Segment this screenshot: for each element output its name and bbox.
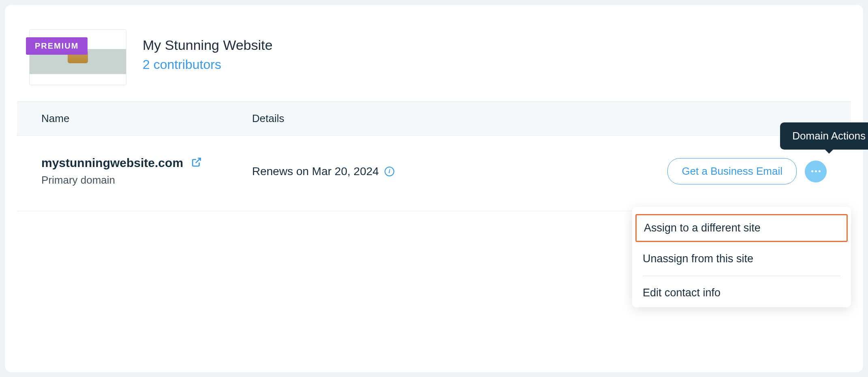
site-info: My Stunning Website 2 contributors: [143, 29, 273, 72]
actions-column: Get a Business Email Domain Actions: [667, 158, 827, 184]
info-icon[interactable]: i: [385, 167, 394, 176]
domain-name: mystunningwebsite.com: [41, 156, 183, 170]
column-header-name: Name: [41, 112, 252, 125]
domain-name-line: mystunningwebsite.com: [41, 156, 252, 170]
column-header-details: Details: [252, 112, 284, 125]
menu-item-edit-contact[interactable]: Edit contact info: [632, 278, 851, 307]
menu-divider: [643, 276, 840, 276]
domain-name-column: mystunningwebsite.com Primary domain: [41, 156, 252, 186]
domain-sublabel: Primary domain: [41, 174, 252, 186]
svg-line-0: [196, 158, 201, 163]
site-header: PREMIUM My Stunning Website 2 contributo…: [5, 5, 863, 101]
thumb-bottom: [30, 74, 126, 85]
site-card: PREMIUM My Stunning Website 2 contributo…: [5, 5, 863, 372]
site-thumbnail-wrapper: PREMIUM: [29, 29, 126, 85]
domain-actions-tooltip: Domain Actions: [780, 122, 868, 150]
external-link-icon[interactable]: [191, 157, 202, 169]
get-business-email-button[interactable]: Get a Business Email: [667, 158, 797, 184]
table-header: Name Details: [17, 101, 851, 136]
site-title: My Stunning Website: [143, 37, 273, 53]
renew-text: Renews on Mar 20, 2024: [252, 165, 379, 178]
premium-badge: PREMIUM: [26, 37, 88, 55]
menu-item-assign-different-site[interactable]: Assign to a different site: [635, 214, 848, 242]
domain-actions-button[interactable]: Domain Actions: [805, 161, 827, 182]
domain-row: mystunningwebsite.com Primary domain Ren…: [17, 136, 851, 211]
contributors-link[interactable]: 2 contributors: [143, 57, 273, 72]
details-column: Renews on Mar 20, 2024 i: [252, 165, 667, 178]
menu-item-unassign[interactable]: Unassign from this site: [632, 244, 851, 273]
domain-actions-menu: Assign to a different site Unassign from…: [632, 207, 851, 307]
more-horizontal-icon: [811, 170, 821, 172]
